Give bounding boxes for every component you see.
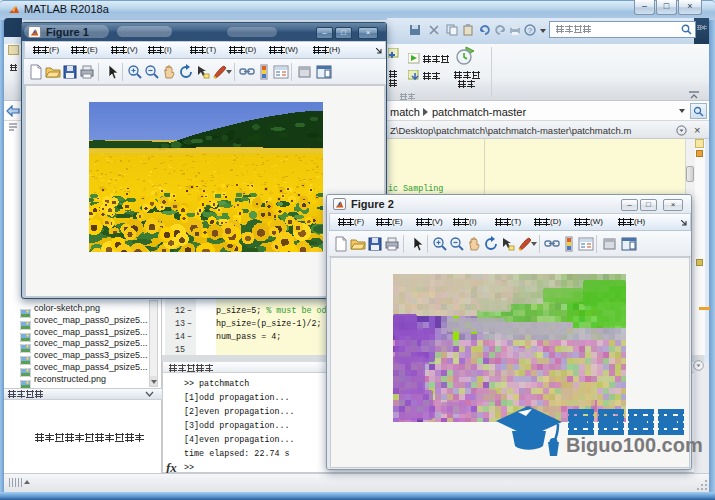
svg-text:?: ? <box>528 26 533 35</box>
